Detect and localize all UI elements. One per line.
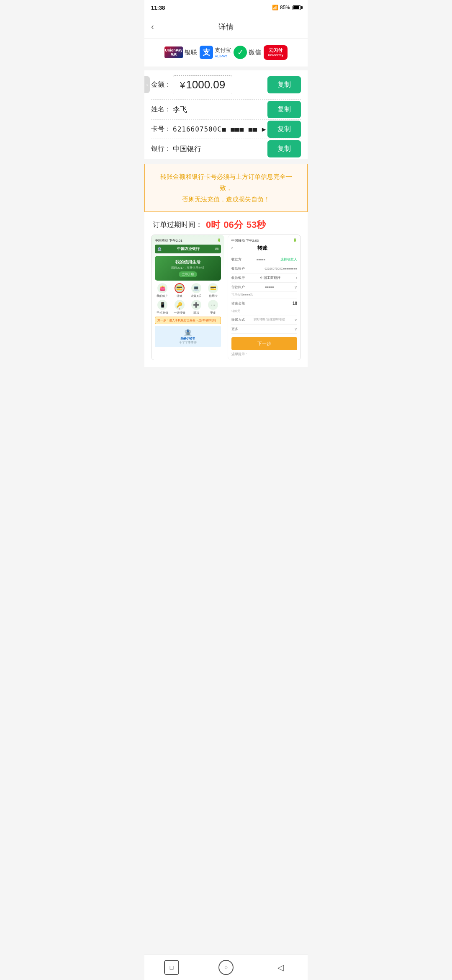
timer-section: 订单过期时间： 0时 06分 53秒 [144, 212, 308, 235]
timer-minutes: 06分 [223, 219, 243, 231]
amount-label: 金额： [151, 80, 173, 89]
creditcard-icon-item: 💳 信用卡 [205, 283, 221, 298]
unionpay-logo: UnionPay 银联 银联 [164, 46, 197, 58]
back-button[interactable]: ‹ [151, 20, 157, 33]
name-copy-button[interactable]: 复制 [267, 101, 301, 118]
bank-copy-button[interactable]: 复制 [267, 140, 301, 157]
hint-text: 温馨提示： [231, 352, 298, 356]
timer-hours: 0时 [206, 219, 220, 231]
warning-box: 转账金额和银行卡号必须与上方订单信息完全一 致， 否则无法充值，造成损失自负！ [144, 164, 308, 212]
yunpay-logo: 云闪付 UnionPay [264, 45, 288, 60]
finance-book: 🏦 金融小秘书 千了了事事养 [155, 326, 221, 347]
left-phone-status: 中国移动 下午2:01 🔋 [155, 238, 221, 243]
card-value: 6216607500C■ ■■■ ■■ ▶ [173, 125, 266, 133]
card-copy-button[interactable]: 复制 [267, 121, 301, 138]
page-title: 详情 [218, 22, 234, 32]
credit-life-box: 我的信用生活 回顾2017，享受信用生活 立即开启 [155, 256, 221, 281]
transfer-header: ‹ 转账 [231, 245, 298, 252]
yunpay-icon: 云闪付 UnionPay [264, 45, 288, 60]
battery-icon [293, 5, 301, 10]
warning-line1: 转账金额和银行卡号必须与上方订单信息完全一 [160, 173, 292, 180]
tutorial-images: 中国移动 下午2:01 🔋 🏦 中国农业银行 ✉ 我的信用生活 回顾2017，享… [151, 235, 301, 360]
status-time: 11:38 [151, 5, 165, 11]
alipay-label: 支付宝 [215, 46, 231, 54]
bank-row: 银行： 中国银行 复制 [151, 139, 301, 159]
info-section: › 金额： ¥1000.09 复制 姓名： 李飞 复制 卡号： 62166075… [144, 70, 308, 159]
amount-value: 1000.09 [186, 78, 225, 91]
right-phone-status: 中国移动 下午2:03 🔋 [231, 238, 298, 243]
name-value: 李飞 [173, 105, 187, 114]
payment-logos: UnionPay 银联 银联 支 支付宝 ALIPAY ✓ 微信 云闪付 Uni… [144, 39, 308, 67]
slide-arrow[interactable]: › [144, 76, 150, 93]
abc-bank-header: 🏦 中国农业银行 ✉ [155, 245, 221, 253]
warning-line2: 致， [220, 184, 232, 191]
ebank-icon-item: 💻 农银e乐 [189, 283, 204, 298]
add-icon-item: ➕ 添加 [189, 300, 204, 315]
abc-icon-grid-2: 📱 手机充值 🔑 ↑ 一键转账 ➕ 添加 ··· 更多 [155, 300, 221, 315]
balance-hint: 可用余额■■■■元 [231, 292, 298, 299]
form-row-method: 转账方式 实时转账(受理立即转出) ∨ [231, 315, 298, 325]
amount-box: ¥1000.09 [173, 75, 232, 94]
signal-icon: 📶 [272, 5, 278, 10]
form-row-amount: 转账金额 10 [231, 299, 298, 308]
amount-copy-button[interactable]: 复制 [267, 76, 301, 93]
tutorial-left-phone: 中国移动 下午2:01 🔋 🏦 中国农业银行 ✉ 我的信用生活 回顾2017，享… [152, 235, 224, 360]
more-icon-item: ··· 更多 [205, 300, 221, 315]
warning-text: 转账金额和银行卡号必须与上方订单信息完全一 致， 否则无法充值，造成损失自负！ [152, 171, 300, 205]
form-row-payer: 付款账户 ■■■■■ ∨ [231, 283, 298, 292]
timer-label: 订单过期时间： [153, 220, 203, 230]
tutorial-section: 中国移动 下午2:01 🔋 🏦 中国农业银行 ✉ 我的信用生活 回顾2017，享… [144, 235, 308, 367]
tutorial-right-phone: 中国移动 下午2:03 🔋 ‹ 转账 收款方 ■■■■■ 选择收款人 收款账户 … [228, 235, 301, 360]
status-bar: 11:38 📶 85% [144, 0, 308, 15]
form-row-payee: 收款方 ■■■■■ 选择收款人 [231, 255, 298, 264]
wechat-label: 微信 [249, 49, 261, 57]
quick-transfer-item: 🔑 ↑ 一键转账 [172, 300, 187, 315]
wechat-logo: ✓ 微信 [234, 46, 261, 59]
card-row: 卡号： 6216607500C■ ■■■ ■■ ▶ 复制 [151, 120, 301, 139]
name-row: 姓名： 李飞 复制 [151, 100, 301, 120]
name-label: 姓名： [151, 105, 173, 114]
timer-seconds: 53秒 [247, 219, 266, 231]
abc-icon-grid-1: 👛 我的账户 💳 转账 💻 农银e乐 💳 信用卡 [155, 283, 221, 298]
wechat-icon: ✓ [234, 46, 247, 59]
rmb-hint: 转账元 [231, 308, 298, 315]
mobile-recharge-item: 📱 手机充值 [155, 300, 170, 315]
form-row-more: 更多 ∨ [231, 325, 298, 334]
bank-value: 中国银行 [173, 144, 201, 154]
next-step-button[interactable]: 下一步 [231, 337, 298, 350]
header: ‹ 详情 [144, 15, 308, 39]
currency-symbol: ¥ [180, 80, 185, 90]
bank-label: 银行： [151, 144, 173, 153]
amount-row: › 金额： ¥1000.09 复制 [151, 70, 301, 100]
step-text: 第一步：进入手机银行主界面→选择转账功能 [155, 317, 221, 324]
account-icon-item: 👛 我的账户 [155, 283, 170, 298]
unionpay-label: 银联 [185, 49, 197, 57]
alipay-logo: 支 支付宝 ALIPAY [200, 46, 231, 59]
transfer-icon-item: 💳 转账 [172, 283, 187, 298]
warning-line3: 否则无法充值，造成损失自负！ [182, 196, 270, 203]
form-row-account: 收款账户 6216607500C■■■■■■■■ [231, 264, 298, 273]
battery-text: 85% [280, 5, 290, 10]
status-icons: 📶 85% [272, 5, 301, 10]
card-label: 卡号： [151, 125, 173, 134]
alipay-icon: 支 [200, 46, 213, 59]
form-row-bank: 收款银行 中国工商银行 › [231, 273, 298, 283]
